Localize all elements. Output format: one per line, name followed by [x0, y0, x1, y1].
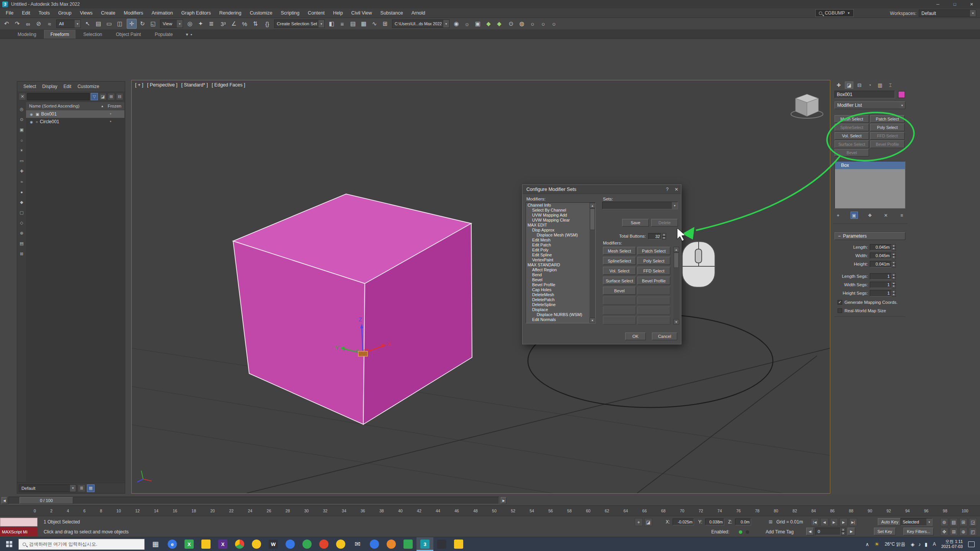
track-bar[interactable]: 0246810121416182022242628303234363840424… — [0, 505, 980, 516]
menu-item[interactable]: Substance — [376, 10, 407, 16]
menu-item[interactable]: Create — [97, 10, 120, 16]
viewport-label-segment[interactable]: [ + ] — [135, 82, 143, 88]
close-button[interactable]: ✕ — [963, 0, 980, 8]
viewport-canvas[interactable]: Z X Y — [132, 80, 830, 493]
spinner-down-icon[interactable] — [662, 236, 666, 240]
render-iterative-icon[interactable]: ◆ — [494, 19, 504, 29]
start-button[interactable] — [0, 537, 18, 551]
modifier-set-button[interactable]: Patch Select — [637, 247, 670, 255]
visibility-icon[interactable] — [29, 119, 34, 124]
whale-icon[interactable]: W — [265, 537, 282, 551]
scroll-up-icon[interactable] — [590, 203, 595, 208]
named-selection-sets-dropdown[interactable]: Create Selection Set — [274, 20, 325, 28]
edge-browser-icon[interactable]: e — [164, 537, 181, 551]
modifier-button[interactable]: Bevel Profile — [870, 140, 905, 148]
render-setup-icon[interactable]: ☼ — [462, 19, 472, 29]
explorer-menu-item[interactable]: Select — [20, 84, 39, 89]
layer-manager-icon[interactable]: ▤ — [348, 19, 358, 29]
align-icon[interactable]: ≡ — [337, 19, 347, 29]
go-to-start-icon[interactable]: |◀ — [811, 518, 819, 526]
lock-explorer-icon[interactable]: ◪ — [99, 93, 106, 100]
modifier-list-item[interactable]: VertexPaint — [526, 258, 590, 262]
explorer-column-header[interactable]: Name (Sorted Ascending) ▲ Frozen — [26, 102, 124, 110]
checkbox[interactable] — [838, 308, 842, 313]
spinner-down-icon[interactable] — [892, 247, 896, 251]
dialog-title-bar[interactable]: Configure Modifier Sets ? ✕ — [523, 185, 681, 194]
modifier-list-item[interactable]: Affect Region — [526, 267, 590, 272]
display-xrefs-icon[interactable]: ◇ — [18, 220, 25, 226]
object-color-swatch[interactable] — [898, 91, 905, 98]
stack-entry[interactable]: Box — [835, 161, 905, 169]
menu-item[interactable]: Content — [304, 10, 329, 16]
previous-key-icon[interactable]: ◀ — [820, 518, 828, 526]
zoom-region-icon[interactable]: ⊞ — [950, 528, 958, 536]
modifier-list-item[interactable]: Edit Poly — [526, 248, 590, 253]
list-scrollbar[interactable] — [590, 203, 595, 323]
modifier-button[interactable]: Patch Select — [870, 115, 905, 123]
checkbox[interactable]: ✓ — [838, 300, 842, 305]
layer-list-icon[interactable]: ≣ — [78, 484, 85, 492]
shade-option-3-icon[interactable]: ○ — [549, 19, 559, 29]
shield-icon[interactable]: ◈ — [911, 541, 915, 547]
spinner-down-icon[interactable] — [892, 256, 896, 259]
key-mode-dropdown[interactable]: Selected — [900, 518, 933, 526]
map-app-icon[interactable] — [299, 537, 315, 551]
explorer-menu-item[interactable]: Display — [39, 84, 60, 89]
notification-center-icon[interactable] — [968, 541, 975, 547]
filter-icon[interactable]: ▽ — [91, 93, 98, 100]
modifier-set-button[interactable] — [603, 306, 636, 315]
excel-icon[interactable]: X — [181, 537, 198, 551]
menu-item[interactable]: Views — [76, 10, 97, 16]
modifier-list-dropdown[interactable]: Modifier List — [835, 101, 905, 109]
display-none-icon[interactable]: ⊙ — [18, 116, 25, 123]
display-helpers-icon[interactable]: ✚ — [18, 168, 25, 174]
display-geometry-icon[interactable]: ▣ — [18, 127, 25, 133]
maximize-viewport-icon[interactable]: ◰ — [969, 528, 977, 536]
project-path-dropdown[interactable]: C:\Users\UI...ds Max 2022 — [392, 20, 449, 28]
make-unique-icon[interactable]: ❖ — [866, 212, 874, 219]
viewcube[interactable] — [791, 94, 823, 118]
modifier-list-item[interactable]: Edit Patch — [526, 243, 590, 248]
sync-selection-icon[interactable]: ⊟ — [116, 93, 123, 100]
modifier-set-button[interactable] — [637, 297, 670, 305]
scene-object-row[interactable]: ▣ Box001 — [26, 110, 124, 118]
spinner-down-icon[interactable] — [892, 276, 896, 280]
percent-snap-icon[interactable]: % — [240, 19, 250, 29]
parameter-field[interactable]: 0.045m — [870, 253, 892, 259]
frame-spinner[interactable] — [841, 528, 845, 535]
enabled-on-dot[interactable] — [739, 530, 742, 534]
time-slider-track[interactable]: 0 / 100 — [8, 497, 499, 504]
modifier-button[interactable]: Poly Select — [870, 124, 905, 131]
edit-named-selection-sets-icon[interactable]: {} — [262, 19, 272, 29]
remove-modifier-icon[interactable]: ✕ — [882, 212, 890, 219]
display-all-icon[interactable]: ◎ — [18, 106, 25, 112]
modifier-set-button[interactable]: Surface Select — [603, 277, 636, 285]
display-materials-icon[interactable]: ● — [18, 189, 25, 195]
zoom-extents-icon[interactable]: ⊕ — [959, 528, 967, 536]
spinner-snap-icon[interactable]: ⇅ — [250, 19, 260, 29]
display-shapes-icon[interactable]: ○ — [18, 137, 25, 143]
orange-app-icon[interactable] — [383, 537, 400, 551]
total-buttons-spinner[interactable] — [662, 233, 666, 240]
shade-option-1-icon[interactable]: ○ — [528, 19, 537, 29]
weather-text[interactable]: 26°C 맑음 — [885, 541, 905, 548]
red-app-icon[interactable] — [315, 537, 332, 551]
current-frame-field[interactable]: 0 — [815, 528, 841, 535]
ribbon-config-icon[interactable]: ▪ — [191, 32, 192, 37]
add-time-tag[interactable]: Add Time Tag — [766, 529, 794, 535]
modifier-list-item[interactable]: DeletePatch — [526, 297, 590, 302]
key-filters-button[interactable]: Key Filters... — [903, 528, 934, 535]
scroll-up-icon[interactable] — [673, 247, 679, 252]
ribbon-tab[interactable]: Modeling — [11, 30, 42, 39]
display-bones-icon[interactable]: ◆ — [18, 199, 25, 205]
scroll-thumb[interactable] — [590, 209, 595, 230]
modifier-list-item[interactable]: Bevel Profile — [526, 282, 590, 287]
x-coord-field[interactable]: -0.025m — [673, 518, 694, 525]
viewport-label-segment[interactable]: [ Standard* ] — [181, 82, 208, 88]
redo-icon[interactable]: ↷ — [12, 19, 22, 29]
modifier-button[interactable]: Bevel — [835, 149, 869, 156]
display-filter-icon[interactable]: ▤ — [950, 518, 958, 526]
parameter-field[interactable]: 1 — [870, 290, 892, 297]
spinner-down-icon[interactable] — [892, 264, 896, 267]
modifier-button[interactable]: Surface Select — [835, 140, 869, 148]
